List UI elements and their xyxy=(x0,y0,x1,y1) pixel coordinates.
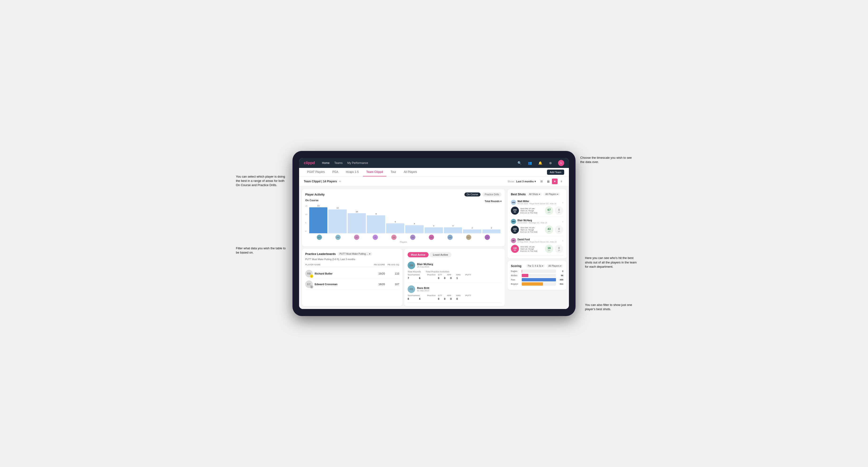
on-course-toggle[interactable]: On Course xyxy=(464,192,480,196)
main-content: Player Activity On Course Practice Drill… xyxy=(299,186,569,309)
bar-group-5: 4 xyxy=(405,223,424,233)
bar-chart-container: 15 10 5 0 1312109543322 xyxy=(305,205,501,243)
nav-link-teams[interactable]: Teams xyxy=(334,161,342,165)
pars-bar xyxy=(522,278,556,281)
search-icon[interactable]: 🔍 xyxy=(517,160,522,166)
people-icon[interactable]: 👥 xyxy=(527,160,533,166)
shot-entry-2: BM Blair McHarg 23 Jul 2023 · Ashridge G… xyxy=(511,217,563,236)
show-label: Show: xyxy=(507,180,515,183)
player-avatar-chart-6: RB xyxy=(429,235,434,240)
top-nav: clippd Home Teams My Performance 🔍 👥 🔔 ⊕… xyxy=(299,158,569,168)
most-active-tab[interactable]: Most Active xyxy=(408,252,429,257)
all-shots-filter[interactable]: All Shots ▾ xyxy=(527,192,542,196)
bar-group-2: 10 xyxy=(348,211,366,233)
bar-fill-9 xyxy=(483,229,501,234)
shot-text-1: Shot Dist: 67 yds Start Lie: Rough End L… xyxy=(520,208,544,214)
plus-circle-icon[interactable]: ⊕ xyxy=(548,160,553,166)
edit-icon[interactable]: ✏ xyxy=(339,180,341,183)
tab-all-players[interactable]: All Players xyxy=(400,168,420,177)
bar-value-0: 13 xyxy=(317,205,319,207)
view-filter-icon[interactable]: ≡ xyxy=(559,179,564,184)
rounds-label-1: Total Rounds Total Practice Activities xyxy=(408,271,501,273)
bar-value-4: 5 xyxy=(395,221,396,223)
birdies-bar-container xyxy=(522,274,556,277)
shot-chevron-1[interactable]: › xyxy=(562,200,563,204)
tab-team-clippd[interactable]: Team Clippd xyxy=(363,168,386,177)
shot-chevron-2[interactable]: › xyxy=(562,220,563,223)
bell-icon[interactable]: 🔔 xyxy=(537,160,543,166)
pars-bar-container xyxy=(522,278,556,281)
on-course-label: On Course xyxy=(305,199,318,201)
leaderboard-filter[interactable]: PUTT Must Make Putting ... ▾ xyxy=(338,252,372,256)
scoring-row-pars: Pars 499 xyxy=(511,278,563,281)
tablet-screen: clippd Home Teams My Performance 🔍 👥 🔔 ⊕… xyxy=(299,158,569,309)
shot-avatar-matt: MM xyxy=(511,200,516,205)
bogeys-bar xyxy=(522,282,543,286)
add-team-button[interactable]: Add Team xyxy=(547,169,564,175)
player-avatar-chart-1: RB xyxy=(335,235,341,240)
annotation-top-right: Choose the timescale you wish to see the… xyxy=(580,156,632,164)
scoring-filter-1[interactable]: Par 3, 4 & 5s ▾ xyxy=(526,264,545,268)
shot-details-2: 200 SG Shot Dist: 43 yds Start Lie: Roug… xyxy=(511,225,563,234)
player-score-edward: 18/20 xyxy=(371,283,385,286)
tab-hcaps[interactable]: Hcaps 1-5 xyxy=(342,168,362,177)
tab-pgat-players[interactable]: PGAT Players xyxy=(304,168,328,177)
player-avatar-chart-8: EC xyxy=(466,235,471,240)
eagles-label: Eagles xyxy=(511,270,520,272)
x-axis-label: Players xyxy=(305,241,501,243)
shot-badge-3: 198 SG xyxy=(511,245,519,253)
bar-group-3: 9 xyxy=(367,213,385,233)
bar-fill-1 xyxy=(328,210,347,233)
shot-zero-bubble-1: 0 yls xyxy=(555,206,563,215)
scoring-filter-2[interactable]: All Players ▾ xyxy=(547,264,563,268)
active-player-date-1: 26 Aug 2023 xyxy=(417,266,501,268)
bar-value-5: 4 xyxy=(414,223,415,225)
user-avatar[interactable]: U xyxy=(558,160,564,166)
time-select[interactable]: Last 3 months ▾ xyxy=(516,180,536,183)
active-player-name-2: Rees Britt xyxy=(417,286,501,289)
bar-group-8: 2 xyxy=(463,227,482,234)
shot-text-3: Shot Dist: 16 yds Start Lie: Rough End L… xyxy=(520,246,544,252)
player-rank-avatar-2: EC 2 xyxy=(305,280,313,288)
player-avatars: BMRBDFJCEEGBRBMMECLR xyxy=(305,235,501,240)
player-name-richard: Richard Butler xyxy=(315,272,371,275)
eagles-val: 3 xyxy=(557,270,563,272)
nav-link-home[interactable]: Home xyxy=(322,161,330,165)
col-pb-avg: PB AVG SQ xyxy=(385,263,399,266)
bottom-left-section: Practice Leaderboards PUTT Must Make Put… xyxy=(302,249,505,306)
active-player-1: BM Blair McHarg 26 Aug 2023 Total Rounds… xyxy=(408,259,501,283)
practice-drills-toggle[interactable]: Practice Drills xyxy=(483,192,501,196)
bar-group-0: 13 xyxy=(309,205,328,233)
bar-group-6: 3 xyxy=(425,225,443,233)
active-player-info-1: Blair McHarg 26 Aug 2023 xyxy=(417,263,501,268)
bar-value-8: 2 xyxy=(472,227,473,229)
bar-group-7: 3 xyxy=(444,225,462,233)
shot-player-name-2: Blair McHarg xyxy=(518,219,561,222)
active-avatar-rees: RB xyxy=(408,285,415,293)
tab-pga[interactable]: PGA xyxy=(329,168,342,177)
view-heart-icon[interactable]: ♥ xyxy=(552,179,558,184)
tab-tour[interactable]: Tour xyxy=(387,168,399,177)
bar-fill-0 xyxy=(309,207,328,233)
all-players-filter[interactable]: All Players ▾ xyxy=(544,192,560,196)
bar-value-3: 9 xyxy=(375,213,376,215)
view-grid4-icon[interactable]: ⊞ xyxy=(539,179,545,184)
active-player-info-2: Rees Britt 02 Sep 2023 xyxy=(417,286,501,292)
shot-chevron-3[interactable]: › xyxy=(562,239,563,243)
active-avatar-blair: BM xyxy=(408,261,415,269)
bogeys-label: Bogeys xyxy=(511,283,520,285)
player-score-richard: 19/20 xyxy=(371,272,385,275)
left-panel: Player Activity On Course Practice Drill… xyxy=(299,186,507,309)
nav-link-performance[interactable]: My Performance xyxy=(347,161,368,165)
birdies-val: 96 xyxy=(557,274,563,277)
total-rounds-dropdown[interactable]: Total Rounds ▾ xyxy=(485,200,501,203)
active-player-date-2: 02 Sep 2023 xyxy=(417,289,501,292)
practice-stats-1: GTTAPPARGPUTT 0001 xyxy=(438,274,471,280)
view-grid2-icon[interactable]: ▦ xyxy=(545,179,551,184)
least-active-tab[interactable]: Least Active xyxy=(430,252,451,257)
birdies-label: Birdies xyxy=(511,274,520,277)
right-panels: Best Shots All Shots ▾ All Players ▾ MM … xyxy=(507,186,569,309)
annotation-bot-right: You can also filter to show just one pla… xyxy=(585,303,637,311)
active-player-header-1: BM Blair McHarg 26 Aug 2023 xyxy=(408,261,501,269)
annotation-bot-left: Filter what data you wish the table to b… xyxy=(236,246,288,255)
